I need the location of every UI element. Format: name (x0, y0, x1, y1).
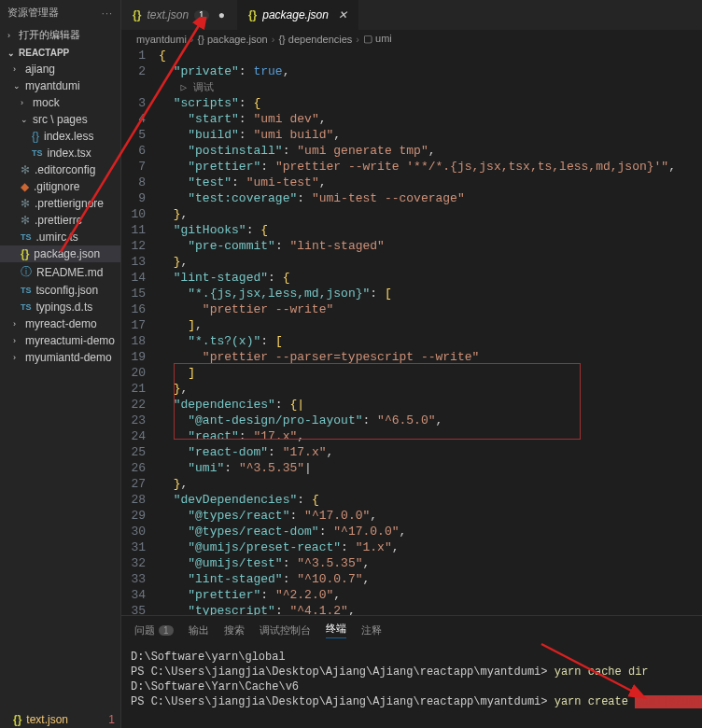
tab-label: text.json (147, 8, 189, 21)
file-label: ajiang (25, 63, 55, 76)
ts-icon: TS (32, 148, 43, 158)
breadcrumb-segment[interactable]: {} dependencies (278, 34, 352, 45)
code-line[interactable]: "devDependencies": { (159, 492, 702, 508)
code-line[interactable]: "@umijs/test": "^3.5.35", (159, 555, 702, 571)
file-label: .gitignore (34, 180, 79, 193)
file-label: myreactumi-demo (25, 334, 115, 347)
code-line[interactable]: "test:coverage": "umi-test --coverage" (159, 190, 702, 206)
file-label: index.tsx (48, 147, 91, 160)
file-item[interactable]: {}index.less (0, 128, 120, 145)
code-content[interactable]: { "private": true, ▷ 调试 "scripts": { "st… (159, 48, 702, 615)
code-line[interactable]: "prettier": "^2.2.0", (159, 587, 702, 603)
folder-item[interactable]: ›mock (0, 94, 120, 111)
panel-tab-终端[interactable]: 终端 (326, 622, 346, 638)
file-item[interactable]: ✻.editorconfig (0, 161, 120, 178)
file-item[interactable]: ✻.prettierignore (0, 195, 120, 212)
chevron-icon: › (13, 336, 21, 345)
folder-item[interactable]: ⌄src \ pages (0, 111, 120, 128)
file-item[interactable]: TS.umirc.ts (0, 229, 120, 245)
folder-item[interactable]: ⌄myantdumi (0, 77, 120, 94)
code-line[interactable]: "test": "umi-test", (159, 175, 702, 190)
panel-tab-调试控制台[interactable]: 调试控制台 (260, 622, 311, 638)
code-line[interactable]: "*.{js,jsx,less,md,json}": [ (159, 286, 702, 301)
code-line[interactable]: "lint-staged": "^10.0.7", (159, 571, 702, 587)
code-line[interactable]: "prettier": "prettier --write '**/*.{js,… (159, 159, 702, 175)
ts-icon: TS (21, 302, 32, 312)
main-area: {}text.json1{}package.json✕ myantdumi›{}… (121, 0, 702, 728)
sidebar: 资源管理器 ··· › 打开的编辑器 ⌄ REACTAPP ›ajiang⌄my… (0, 0, 121, 728)
code-line[interactable]: "private": true, (159, 63, 702, 79)
code-line[interactable]: ] (159, 365, 702, 381)
tab-text-json[interactable]: {}text.json1 (121, 0, 237, 30)
terminal[interactable]: D:\Software\yarn\globalPS C:\Users\jiang… (121, 644, 702, 728)
file-item[interactable]: ◆.gitignore (0, 178, 120, 195)
code-line[interactable]: "*.ts?(x)": [ (159, 333, 702, 349)
open-editors-section[interactable]: › 打开的编辑器 (0, 25, 120, 45)
code-line[interactable]: }, (159, 206, 702, 222)
panel-tab-搜索[interactable]: 搜索 (224, 622, 245, 638)
panel-tab-问题[interactable]: 问题 1 (134, 622, 174, 638)
close-icon[interactable]: ✕ (338, 8, 347, 21)
terminal-line: D:\Software\Yarn\Cache\v6 (131, 679, 702, 694)
panel-tab-输出[interactable]: 输出 (189, 622, 209, 638)
workspace-folder[interactable]: ⌄ REACTAPP (0, 45, 120, 61)
chevron-icon: › (21, 98, 28, 107)
tab-badge: 1 (194, 10, 209, 21)
json-icon: {} (248, 8, 257, 21)
panel-tab-注释[interactable]: 注释 (361, 622, 382, 638)
file-item[interactable]: TStsconfig.json (0, 282, 120, 299)
code-line[interactable]: "start": "umi dev", (159, 111, 702, 127)
folder-item[interactable]: ›myreactumi-demo (0, 332, 120, 349)
folder-item[interactable]: ›myumiantd-demo (0, 349, 120, 366)
file-label: .editorconfig (35, 163, 95, 176)
code-line[interactable]: "gitHooks": { (159, 222, 702, 238)
close-icon[interactable] (218, 8, 225, 21)
file-label: .prettierignore (35, 197, 104, 210)
code-line[interactable]: "prettier --parser=typescript --write" (159, 349, 702, 365)
code-line[interactable]: "@umijs/preset-react": "1.x", (159, 539, 702, 555)
code-line[interactable]: "scripts": { (159, 95, 702, 111)
breadcrumb-segment[interactable]: myantdumi (136, 34, 187, 45)
code-line[interactable]: "typescript": "^4.1.2", (159, 603, 702, 615)
code-line[interactable]: }, (159, 254, 702, 270)
code-line[interactable]: }, (159, 476, 702, 492)
code-line[interactable]: "build": "umi build", (159, 127, 702, 143)
code-line[interactable]: "react": "17.x", (159, 428, 702, 444)
outline-item[interactable]: {} text.json 1 (0, 711, 120, 728)
breadcrumb-segment[interactable]: {} package.json (198, 34, 268, 45)
more-icon[interactable]: ··· (102, 7, 113, 19)
code-line[interactable]: "umi": "^3.5.35"| (159, 460, 702, 476)
chevron-icon: ⌄ (13, 81, 21, 91)
code-line[interactable]: "lint-staged": { (159, 270, 702, 286)
code-line[interactable]: ], (159, 317, 702, 333)
file-item[interactable]: TSindex.tsx (0, 145, 120, 161)
folder-item[interactable]: ›myreact-demo (0, 315, 120, 332)
file-item[interactable]: TStypings.d.ts (0, 299, 120, 315)
terminal-line: PS C:\Users\jiangjia\Desktop\Ajiang\Ajia… (131, 694, 702, 709)
code-line[interactable]: "postinstall": "umi generate tmp", (159, 143, 702, 159)
file-label: mock (33, 96, 60, 109)
code-line[interactable]: "dependencies": {| (159, 397, 702, 413)
folder-item[interactable]: ›ajiang (0, 61, 120, 77)
line-gutter: 1234567891011121314151617181920212223242… (121, 48, 159, 615)
chevron-icon: › (13, 64, 21, 74)
code-line[interactable]: "react-dom": "17.x", (159, 444, 702, 460)
code-line[interactable]: "@types/react": "^17.0.0", (159, 508, 702, 524)
code-line[interactable]: }, (159, 381, 702, 397)
gear-icon: ✻ (21, 214, 30, 227)
file-item[interactable]: ⓘREADME.md (0, 262, 120, 282)
breadcrumb-segment[interactable]: ▢ umi (363, 33, 392, 45)
code-line[interactable]: "@types/react-dom": "^17.0.0", (159, 524, 702, 539)
breadcrumb[interactable]: myantdumi›{} package.json›{} dependencie… (121, 30, 702, 48)
ts-icon: TS (21, 286, 32, 295)
editor[interactable]: 1234567891011121314151617181920212223242… (121, 48, 702, 615)
code-line[interactable]: ▷ 调试 (159, 79, 702, 95)
code-line[interactable]: "pre-commit": "lint-staged" (159, 238, 702, 254)
code-line[interactable]: "prettier --write" (159, 301, 702, 317)
chevron-down-icon: ⌄ (7, 49, 15, 58)
file-item[interactable]: ✻.prettierrc (0, 212, 120, 229)
tab-package-json[interactable]: {}package.json✕ (237, 0, 359, 30)
code-line[interactable]: "@ant-design/pro-layout": "^6.5.0", (159, 413, 702, 428)
code-line[interactable]: { (159, 48, 702, 63)
file-item[interactable]: {}package.json (0, 245, 120, 262)
